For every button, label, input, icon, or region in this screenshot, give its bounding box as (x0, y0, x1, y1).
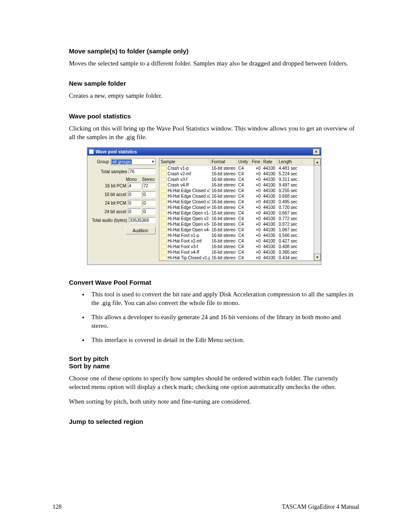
row-16accel-stereo[interactable] (143, 191, 156, 197)
heading-move-sample: Move sample(s) to folder (sample only) (69, 47, 359, 55)
table-row[interactable]: Hi-Hat Tip Closed v1-p16-bit stereoC4+04… (159, 255, 314, 261)
row-24pcm-label: 24 bit PCM (105, 201, 126, 205)
wave-icon (161, 233, 167, 238)
row-16accel-mono[interactable] (128, 191, 141, 197)
wave-icon (161, 194, 167, 199)
total-audio-label: Total audio (bytes) (92, 218, 127, 223)
total-samples-label: Total samples (101, 169, 127, 174)
col-fine[interactable]: Fine (250, 159, 262, 164)
total-audio-field[interactable] (129, 217, 156, 223)
wave-icon (161, 216, 167, 221)
heading-new-folder: New sample folder (69, 80, 359, 87)
list-item: This interface is covered in detail in t… (89, 336, 359, 345)
table-row[interactable]: Hi-Hat Foot v1-p16-bit stereoC4+0441000.… (159, 233, 314, 238)
col-format[interactable]: Format (210, 159, 237, 164)
table-row[interactable]: Crash v1-p16-bit stereoC4+0441004.481 se… (159, 165, 314, 171)
group-label: Group (97, 159, 109, 164)
manual-title: TASCAM GigaEditor 4 Manual (282, 504, 359, 510)
stereo-header: Stereo (142, 177, 155, 182)
convert-bullet-list: This tool is used to convert the bit rat… (69, 290, 359, 345)
table-row[interactable]: Crash v2-mf16-bit stereoC4+0441005.224 s… (159, 171, 314, 177)
wave-icon (161, 222, 167, 227)
row-24pcm-stereo[interactable] (143, 200, 156, 206)
list-item: This tool is used to convert the bit rat… (89, 290, 359, 307)
wave-icon (161, 205, 167, 210)
page-number: 128 (53, 504, 62, 510)
col-length[interactable]: Length (277, 159, 302, 164)
table-row[interactable]: Hi-Hat Edge Open v2-mf16-bit stereoC4+04… (159, 216, 314, 221)
close-icon[interactable]: × (313, 149, 320, 155)
heading-sort-pitch: Sort by pitch (69, 355, 359, 362)
col-sample[interactable]: Sample (159, 159, 210, 164)
wave-icon (161, 250, 167, 255)
scrollbar[interactable]: ▲ ▼ (314, 158, 321, 261)
dialog-title-icon (89, 149, 94, 154)
body-move-sample: Moves the selected sample to a different… (69, 59, 359, 68)
body-sort-1: Choose one of these options to specify h… (69, 374, 359, 392)
wave-icon (161, 244, 167, 249)
table-row[interactable]: Hi-Hat Edge Open v3-f16-bit stereoC4+044… (159, 221, 314, 227)
sample-table: Sample Format Unity Fine Rate Length Cra… (159, 158, 314, 261)
table-row[interactable]: Hi-Hat Edge Open v1-p16-bit stereoC4+044… (159, 210, 314, 216)
wave-icon (161, 188, 167, 193)
wave-icon (161, 227, 167, 232)
col-unity[interactable]: Unity (237, 159, 250, 164)
col-rate[interactable]: Rate (262, 159, 277, 164)
row-16pcm-label: 16 bit PCM (105, 184, 126, 188)
wave-icon (161, 239, 167, 243)
wave-icon (161, 171, 167, 176)
table-row[interactable]: Hi-Hat Foot v2-mf16-bit stereoC4+0441000… (159, 238, 314, 244)
heading-wave-stats: Wave pool statistics (69, 112, 359, 120)
mono-header: Mono (126, 177, 137, 182)
heading-sort-name: Sort by name (69, 362, 359, 370)
body-sort-2: When sorting by pitch, both unity note a… (69, 397, 359, 406)
table-row[interactable]: Hi-Hat Edge Closed v4-ff16-bit stereoC4+… (159, 205, 314, 210)
dialog-titlebar: Wave pool statistics × (87, 148, 321, 156)
row-24accel-stereo[interactable] (143, 208, 156, 215)
body-wave-stats: Clicking on this will bring up the Wave … (69, 124, 359, 142)
wave-pool-statistics-dialog: Wave pool statistics × Group all groups … (87, 147, 321, 265)
table-row[interactable]: Hi-Hat Edge Closed v3-f16-bit stereoC4+0… (159, 199, 314, 205)
audition-button[interactable]: Audition (125, 227, 156, 234)
row-24accel-mono[interactable] (128, 208, 141, 215)
wave-icon (161, 183, 167, 187)
wave-icon (161, 177, 167, 182)
row-16pcm-mono[interactable] (128, 183, 141, 189)
heading-jump: Jump to selected region (69, 418, 359, 425)
table-row[interactable]: Hi-Hat Edge Open v4-ff16-bit stereoC4+04… (159, 227, 314, 233)
row-24pcm-mono[interactable] (128, 200, 141, 206)
wave-icon (161, 255, 167, 260)
table-row[interactable]: Hi-Hat Foot v4-ff16-bit stereoC4+0441000… (159, 249, 314, 255)
table-row[interactable]: Hi-Hat Edge Closed v2-mf16-bit stereoC4+… (159, 193, 314, 199)
wave-icon (161, 166, 167, 171)
group-select[interactable]: all groups ▼ (111, 158, 156, 165)
table-row[interactable]: Crash v3-f16-bit stereoC4+0441009.311 se… (159, 177, 314, 182)
table-row[interactable]: Hi-Hat Edge Closed v1-p16-bit stereoC4+0… (159, 188, 314, 193)
dialog-title-text: Wave pool statistics (96, 149, 137, 154)
scroll-down-icon[interactable]: ▼ (314, 254, 321, 261)
list-item: This allows a developer to easily genera… (89, 313, 359, 330)
table-row[interactable]: Crash v4-ff16-bit stereoC4+0441009.497 s… (159, 182, 314, 188)
row-16accel-label: 16 bit accel (104, 192, 126, 197)
scroll-up-icon[interactable]: ▲ (314, 159, 321, 165)
table-row[interactable]: Hi-Hat Foot v3-f16-bit stereoC4+0441000.… (159, 244, 314, 249)
wave-icon (161, 199, 167, 204)
heading-convert: Convert Wave Pool Format (69, 279, 359, 286)
total-samples-field[interactable] (129, 168, 156, 174)
row-24accel-label: 24 bit accel (104, 209, 126, 214)
row-16pcm-stereo[interactable] (143, 183, 156, 189)
body-new-folder: Creates a new, empty sample folder. (69, 91, 359, 100)
wave-icon (161, 211, 167, 215)
